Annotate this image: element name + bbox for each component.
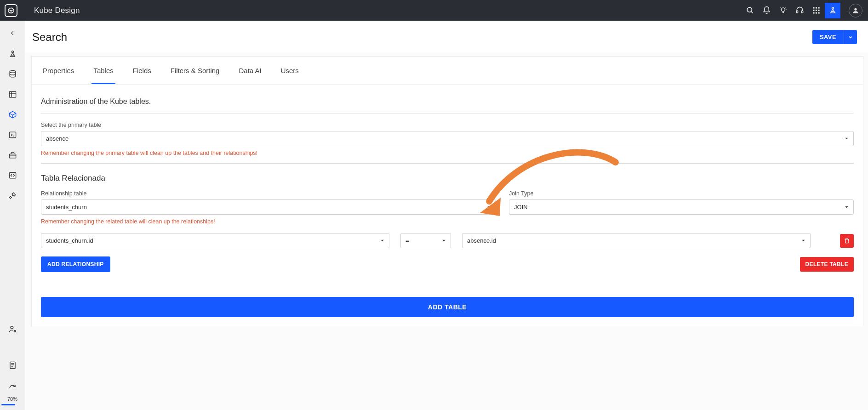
svg-rect-12 bbox=[813, 12, 814, 13]
sidebar-item-code[interactable] bbox=[0, 165, 25, 185]
add-table-button[interactable]: ADD TABLE bbox=[41, 297, 854, 317]
relationship-mapping-row: students_churn.id = absence.id bbox=[41, 233, 854, 248]
save-dropdown-button[interactable] bbox=[844, 30, 857, 44]
join-type-col: Join Type JOIN bbox=[509, 190, 854, 215]
sidebar-item-toolbox[interactable] bbox=[0, 145, 25, 165]
sidebar-items bbox=[0, 44, 25, 205]
left-sidebar: 70% bbox=[0, 21, 25, 410]
zoom-indicator bbox=[1, 404, 15, 405]
app-logo[interactable] bbox=[5, 4, 17, 17]
primary-table-select-wrap: absence bbox=[41, 131, 854, 146]
related-row: Relationship table students_churn Rememb… bbox=[41, 190, 854, 225]
svg-rect-10 bbox=[815, 10, 817, 11]
svg-rect-5 bbox=[801, 11, 803, 13]
tab-fields[interactable]: Fields bbox=[131, 57, 153, 84]
sidebar-item-kube[interactable] bbox=[0, 104, 25, 125]
sidebar-bottom: 70% bbox=[0, 320, 25, 410]
svg-rect-4 bbox=[796, 11, 798, 13]
app-title: Kube Design bbox=[34, 6, 80, 15]
add-relationship-button[interactable]: ADD RELATIONSHIP bbox=[41, 256, 110, 272]
svg-rect-19 bbox=[9, 91, 16, 97]
related-title: Tabla Relacionada bbox=[41, 174, 854, 183]
sidebar-item-redo[interactable] bbox=[0, 381, 25, 395]
primary-warning: Remember changing the primary table will… bbox=[41, 150, 854, 156]
rel-left-wrap: students_churn.id bbox=[41, 233, 389, 248]
save-button-group: SAVE bbox=[812, 30, 857, 44]
svg-rect-7 bbox=[815, 7, 817, 8]
tab-body: Administration of the Kube tables. Selec… bbox=[32, 85, 863, 326]
sidebar-item-docs[interactable] bbox=[0, 356, 25, 374]
svg-point-16 bbox=[854, 8, 857, 10]
page-title: Search bbox=[32, 31, 67, 44]
divider bbox=[41, 163, 854, 164]
join-type-label: Join Type bbox=[509, 190, 854, 197]
design-mode-icon[interactable] bbox=[825, 3, 840, 18]
rel-op-wrap: = bbox=[400, 233, 451, 248]
header-left: Kube Design bbox=[5, 4, 80, 17]
sidebar-item-table[interactable] bbox=[0, 84, 25, 104]
section-subtitle: Administration of the Kube tables. bbox=[41, 97, 854, 106]
main-layout: 70% Search SAVE Properties Tables Fields… bbox=[0, 21, 868, 410]
headset-icon[interactable] bbox=[792, 3, 807, 18]
lightbulb-icon[interactable] bbox=[775, 3, 791, 18]
svg-rect-13 bbox=[815, 12, 817, 13]
svg-rect-27 bbox=[9, 172, 16, 178]
rel-right-wrap: absence.id bbox=[462, 233, 811, 248]
relationship-table-label: Relationship table bbox=[41, 190, 496, 197]
tab-tables[interactable]: Tables bbox=[91, 57, 115, 84]
related-warning: Remember changing the related table will… bbox=[41, 218, 496, 225]
svg-line-2 bbox=[751, 11, 753, 13]
delete-relationship-button[interactable] bbox=[840, 234, 854, 248]
join-type-select[interactable]: JOIN bbox=[509, 199, 854, 215]
svg-point-28 bbox=[11, 326, 13, 329]
zoom-level: 70% bbox=[7, 396, 17, 402]
content-header: Search SAVE bbox=[25, 21, 868, 52]
rel-right-select[interactable]: absence.id bbox=[462, 233, 811, 248]
sidebar-item-tools[interactable] bbox=[0, 185, 25, 205]
tab-data-ai[interactable]: Data AI bbox=[237, 57, 263, 84]
tab-users[interactable]: Users bbox=[279, 57, 301, 84]
sidebar-item-design[interactable] bbox=[0, 44, 25, 64]
rel-op-select[interactable]: = bbox=[400, 233, 451, 248]
svg-rect-6 bbox=[813, 7, 814, 8]
primary-table-select[interactable]: absence bbox=[41, 131, 854, 146]
svg-rect-9 bbox=[813, 10, 814, 11]
header-right bbox=[742, 3, 862, 18]
svg-point-1 bbox=[747, 7, 752, 12]
save-button[interactable]: SAVE bbox=[812, 30, 844, 44]
sidebar-item-terminal[interactable] bbox=[0, 125, 25, 145]
svg-rect-30 bbox=[10, 362, 15, 368]
relationship-table-col: Relationship table students_churn Rememb… bbox=[41, 190, 496, 225]
bell-icon[interactable] bbox=[759, 3, 774, 18]
tab-properties[interactable]: Properties bbox=[41, 57, 76, 84]
join-type-select-wrap: JOIN bbox=[509, 199, 854, 215]
svg-point-29 bbox=[14, 330, 15, 331]
svg-rect-8 bbox=[818, 7, 819, 8]
svg-rect-14 bbox=[818, 12, 819, 13]
action-row: ADD RELATIONSHIP DELETE TABLE bbox=[41, 256, 854, 272]
sidebar-item-database[interactable] bbox=[0, 64, 25, 84]
collapse-sidebar-icon[interactable] bbox=[0, 24, 25, 42]
relationship-table-select-wrap: students_churn bbox=[41, 199, 496, 215]
tabs: Properties Tables Fields Filters & Sorti… bbox=[32, 57, 863, 85]
sidebar-item-user-settings[interactable] bbox=[0, 320, 25, 338]
divider bbox=[41, 113, 854, 114]
delete-table-button[interactable]: DELETE TABLE bbox=[800, 257, 854, 272]
primary-table-label: Select the primary table bbox=[41, 122, 854, 128]
tab-card: Properties Tables Fields Filters & Sorti… bbox=[31, 56, 863, 326]
content-area: Search SAVE Properties Tables Fields Fil… bbox=[25, 21, 868, 410]
relationship-table-select[interactable]: students_churn bbox=[41, 199, 496, 215]
apps-grid-icon[interactable] bbox=[808, 3, 824, 18]
tab-filters-sorting[interactable]: Filters & Sorting bbox=[169, 57, 222, 84]
rel-left-select[interactable]: students_churn.id bbox=[41, 233, 389, 248]
user-avatar[interactable] bbox=[849, 4, 862, 17]
svg-rect-11 bbox=[818, 10, 819, 11]
app-header: Kube Design bbox=[0, 0, 868, 21]
search-icon[interactable] bbox=[742, 3, 758, 18]
svg-point-18 bbox=[10, 70, 16, 73]
svg-point-3 bbox=[781, 8, 785, 11]
